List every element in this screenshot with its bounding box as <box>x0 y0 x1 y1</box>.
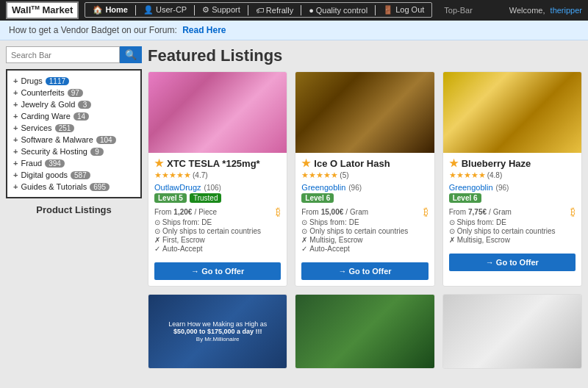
info-ships-note-2: ⊙ Only ships to certain countries <box>301 227 428 235</box>
cat-software[interactable]: + Software & Malware 104 <box>13 134 135 146</box>
search-button[interactable]: 🔍 <box>120 46 142 63</box>
listing-image-2 <box>295 72 434 153</box>
notice-link[interactable]: Read Here <box>182 25 226 35</box>
nav-refrally[interactable]: 🏷 Refrally <box>251 4 298 16</box>
cat-plus-icon: + <box>13 123 18 132</box>
info-ships-3: ⊙ Ships from: DE <box>449 218 576 226</box>
info-ships-2: ⊙ Ships from: DE <box>301 218 428 226</box>
seller-row-2: Greengoblin (96) <box>301 183 428 192</box>
search-input[interactable] <box>6 46 120 63</box>
listing-card-5 <box>295 294 434 369</box>
site-logo[interactable]: WallTM Market <box>6 1 79 18</box>
category-box: + Drugs 1117 + Counterfeits 97 + Jewelry… <box>6 69 142 198</box>
stars-row-1: ★★★★★ (4.7) <box>154 170 281 180</box>
nav-quality-control[interactable]: ● Quality control <box>304 4 372 16</box>
cat-plus-icon: + <box>13 76 18 85</box>
listing-body-1: ★ XTC TESLA *125mg* ★★★★★ (4.7) OutlawDr… <box>148 153 287 258</box>
go-to-offer-1[interactable]: → Go to Offer <box>154 262 281 280</box>
seller-count-2: (96) <box>348 184 362 192</box>
nav-support[interactable]: ⚙ Support <box>198 4 245 16</box>
sidebar: 🔍 + Drugs 1117 + Counterfeits 97 + Jewel… <box>6 46 142 369</box>
star-icon: ★ <box>301 157 311 169</box>
seller-row-1: OutlawDrugz (106) <box>154 183 281 192</box>
cat-jewelry[interactable]: + Jewelry & Gold 3 <box>13 98 135 110</box>
cat-guides[interactable]: + Guides & Tutorials 695 <box>13 181 135 193</box>
topbar: WallTM Market 🏠 Home 👤 User-CP ⚙ Support… <box>0 0 588 21</box>
info-price-3: From 7,75€/Gram ₿ <box>449 206 576 218</box>
search-bar-container: 🔍 <box>6 46 142 63</box>
seller-name-1[interactable]: OutlawDrugz <box>154 183 201 192</box>
go-to-offer-3[interactable]: → Go to Offer <box>449 254 576 271</box>
cat-badge-counterfeits: 97 <box>68 89 83 97</box>
cat-badge-drugs: 1117 <box>46 77 69 85</box>
stars-row-2: ★★★★★ (5) <box>301 170 428 180</box>
cat-counterfeits[interactable]: + Counterfeits 97 <box>13 87 135 98</box>
listing-image-5 <box>295 295 434 368</box>
star-icon: ★ <box>154 157 164 169</box>
listing-card-4: Learn How we Making as High as$50,000 to… <box>148 294 287 369</box>
listing-image-6 <box>443 295 581 368</box>
info-ships-1: ⊙ Ships from: DE <box>154 218 281 226</box>
bitcoin-icon-2: ₿ <box>423 206 429 218</box>
cat-plus-icon: + <box>13 182 18 191</box>
star-icon: ★ <box>449 157 459 169</box>
info-ships-note-1: ⊙ Only ships to certain countries <box>154 227 281 235</box>
cat-plus-icon: + <box>13 170 18 179</box>
listing-image-1 <box>148 72 287 153</box>
go-to-offer-2[interactable]: → Go to Offer <box>301 262 428 280</box>
info-escrow1-3: ✗ Multisig, Escrow <box>449 236 576 244</box>
cat-plus-icon: + <box>13 88 18 97</box>
listing-card-1: ★ XTC TESLA *125mg* ★★★★★ (4.7) OutlawDr… <box>148 71 287 287</box>
info-price-1: From 1,20€/Piece ₿ <box>154 206 281 218</box>
content-area: Featured Listings ★ XTC TESLA *125mg* ★★… <box>148 46 582 369</box>
listing-card-2: ★ Ice O Lator Hash ★★★★★ (5) Greengoblin… <box>295 71 434 287</box>
listings-grid: ★ XTC TESLA *125mg* ★★★★★ (4.7) OutlawDr… <box>148 71 582 369</box>
cat-services[interactable]: + Services 251 <box>13 122 135 134</box>
level-badge-2: Level 6 <box>301 193 334 203</box>
cat-badge-software: 104 <box>96 136 116 144</box>
notice-bar: How to get a Vendor Badget on our Forum:… <box>0 21 588 40</box>
cat-badge-jewelry: 3 <box>78 101 91 109</box>
product-listings-label: Product Listings <box>6 204 142 215</box>
main-layout: 🔍 + Drugs 1117 + Counterfeits 97 + Jewel… <box>0 40 588 375</box>
cat-fraud[interactable]: + Fraud 394 <box>13 157 135 169</box>
listing-card-3: ★ Blueberry Haze ★★★★★ (4.8) Greengoblin… <box>442 71 582 287</box>
trusted-badge-1: Trusted <box>190 193 222 203</box>
featured-title: Featured Listings <box>148 46 582 65</box>
nav-user-cp[interactable]: 👤 User-CP <box>139 4 191 16</box>
cat-digital[interactable]: + Digital goods 587 <box>13 169 135 181</box>
cat-plus-icon: + <box>13 135 18 144</box>
info-price-2: From 15,00€/Gram ₿ <box>301 206 428 218</box>
bitcoin-icon-3: ₿ <box>570 206 576 218</box>
listing-title-3: ★ Blueberry Haze <box>449 157 576 169</box>
info-escrow2-2: ✓ Auto-Accept <box>301 245 428 253</box>
seller-name-2[interactable]: Greengoblin <box>301 183 345 192</box>
cat-plus-icon: + <box>13 147 18 156</box>
info-escrow1-2: ✗ Multisig, Escrow <box>301 236 428 244</box>
info-escrow1-1: ✗ First, Escrow <box>154 236 281 244</box>
cat-badge-security: 9 <box>90 148 104 156</box>
cat-badge-guides: 695 <box>90 183 110 191</box>
cat-drugs[interactable]: + Drugs 1117 <box>13 75 135 87</box>
cat-security[interactable]: + Security & Hosting 9 <box>13 146 135 157</box>
level-badge-3: Level 6 <box>449 193 481 203</box>
listing-image-4: Learn How we Making as High as$50,000 to… <box>148 295 287 368</box>
cat-carding[interactable]: + Carding Ware 14 <box>13 110 135 122</box>
nav-menu: 🏠 Home 👤 User-CP ⚙ Support 🏷 Refrally ● … <box>85 2 432 18</box>
info-escrow2-1: ✓ Auto-Accept <box>154 245 281 253</box>
welcome-message: Welcome, theripper <box>509 6 582 15</box>
listing-title-1: ★ XTC TESLA *125mg* <box>154 157 281 169</box>
listing-card-6 <box>442 294 582 369</box>
cat-badge-carding: 14 <box>74 112 89 121</box>
level-badge-1: Level 5 <box>154 193 187 203</box>
cat-badge-fraud: 394 <box>45 159 65 168</box>
nav-logout[interactable]: 🚪 Log Out <box>379 4 429 16</box>
cat-plus-icon: + <box>13 159 18 168</box>
nav-home[interactable]: 🏠 Home <box>88 4 132 16</box>
cat-plus-icon: + <box>13 100 18 109</box>
seller-name-3[interactable]: Greengoblin <box>449 183 493 192</box>
bitcoin-icon-1: ₿ <box>276 206 281 218</box>
listing-body-3: ★ Blueberry Haze ★★★★★ (4.8) Greengoblin… <box>443 153 581 249</box>
stars-row-3: ★★★★★ (4.8) <box>449 170 576 180</box>
listing-body-2: ★ Ice O Lator Hash ★★★★★ (5) Greengoblin… <box>295 153 434 258</box>
